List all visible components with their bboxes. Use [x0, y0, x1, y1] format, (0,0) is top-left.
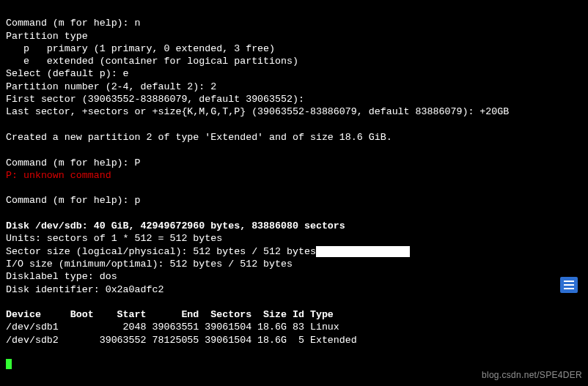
select-prompt: Select (default p): [6, 68, 123, 79]
last-sector-input: +20GB [479, 106, 509, 117]
partition-type-extended: e extended (container for logical partit… [6, 56, 298, 67]
prompt-command-2: Command (m for help): [6, 157, 135, 168]
sector-size-line: Sector size (logical/physical): 512 byte… [6, 246, 316, 257]
hamburger-menu-icon[interactable] [560, 277, 578, 293]
partition-number-prompt: Partition number (2-4, default 2): [6, 81, 210, 92]
io-size-line: I/O size (minimum/optimal): 512 bytes / … [6, 259, 293, 270]
text-selection[interactable] [316, 246, 410, 257]
input-command-2: P [135, 157, 141, 168]
input-command-3: p [135, 195, 141, 206]
partition-type-header: Partition type [6, 31, 88, 42]
terminal-output[interactable]: Command (m for help): n Partition type p… [0, 0, 588, 372]
units-line: Units: sectors of 1 * 512 = 512 bytes [6, 233, 222, 244]
created-partition-msg: Created a new partition 2 of type 'Exten… [6, 132, 392, 143]
first-sector-line: First sector (39063552-83886079, default… [6, 94, 304, 105]
table-row: /dev/sdb1 2048 39063551 39061504 18.6G 8… [6, 322, 339, 333]
partition-type-primary: p primary (1 primary, 0 extended, 3 free… [6, 43, 275, 54]
input-command-1: n [135, 18, 141, 29]
prompt-command-3: Command (m for help): [6, 195, 135, 206]
partition-table-header: Device Boot Start End Sectors Size Id Ty… [6, 309, 334, 320]
partition-number-input: 2 [210, 81, 216, 92]
watermark-text: blog.csdn.net/SPE4DER [482, 369, 582, 382]
last-sector-prompt: Last sector, +sectors or +size{K,M,G,T,P… [6, 106, 479, 117]
disk-identifier-line: Disk identifier: 0x2a0adfc2 [6, 284, 163, 295]
terminal-cursor [6, 359, 12, 369]
prompt-command-1: Command (m for help): [6, 18, 135, 29]
disklabel-line: Disklabel type: dos [6, 271, 117, 282]
select-input: e [123, 68, 129, 79]
unknown-command-error: P: unknown command [6, 170, 111, 181]
table-row: /dev/sdb2 39063552 78125055 39061504 18.… [6, 335, 357, 346]
disk-header: Disk /dev/sdb: 40 GiB, 42949672960 bytes… [6, 220, 345, 231]
